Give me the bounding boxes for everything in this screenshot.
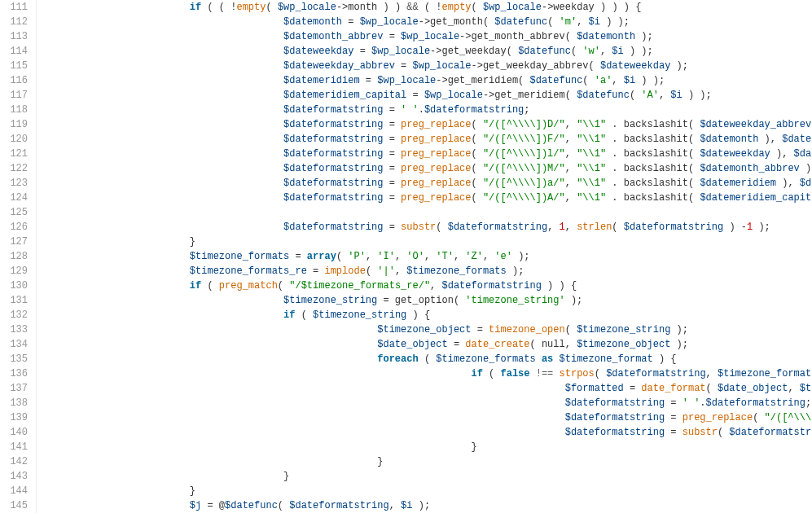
token-var: $wp_locale	[424, 90, 483, 101]
token-var: $timezone_object	[377, 324, 471, 336]
code-line[interactable]: if ( false !== strpos( $dateformatstring…	[49, 366, 812, 381]
token-var: $wp_locale	[401, 31, 459, 42]
token-str: '|'	[377, 265, 395, 277]
code-line[interactable]: $dateformatstring = substr( $dateformats…	[49, 220, 812, 235]
line-number: 127	[8, 235, 28, 249]
token-plain: (	[472, 163, 483, 174]
token-plain: ),	[776, 178, 800, 189]
token-plain: ,	[600, 46, 612, 57]
token-plain	[553, 368, 559, 379]
token-plain: ->get_month(	[419, 16, 495, 28]
code-line[interactable]: $formatted = date_format( $date_object, …	[49, 381, 812, 396]
token-plain: ,	[454, 251, 465, 262]
token-fn: preg_replace	[683, 412, 753, 423]
code-body[interactable]: if ( ( !empty( $wp_locale->month ) ) && …	[37, 0, 812, 513]
token-plain: ) );	[635, 75, 665, 86]
code-line[interactable]: if ( $timezone_string ) {	[49, 308, 812, 322]
token-var: $timezone_formats	[190, 251, 289, 262]
line-number: 119	[8, 117, 28, 132]
token-plain: = @	[201, 500, 225, 511]
code-line[interactable]: $timezone_object = timezone_open( $timez…	[49, 322, 812, 337]
token-plain: . backslashit(	[606, 163, 700, 174]
token-str: 'O'	[406, 251, 424, 262]
token-plain: ( null,	[530, 339, 577, 350]
token-fn: substr	[683, 427, 718, 438]
token-var: $timezone_formats_re	[190, 265, 307, 277]
token-var: $dateweekday	[283, 46, 353, 57]
token-plain: (	[472, 148, 483, 160]
token-var: $dateformatstring	[283, 119, 383, 130]
code-line[interactable]: $dateformatstring = preg_replace( "/([^\…	[49, 176, 812, 191]
code-line[interactable]	[49, 205, 812, 220]
token-plain: ) );	[683, 90, 712, 101]
token-plain	[553, 353, 559, 365]
token-str: 'P'	[348, 251, 366, 262]
code-line[interactable]: $datemeridiem = $wp_locale->get_meridiem…	[49, 73, 812, 88]
token-str: 'timezone_string'	[465, 295, 564, 306]
code-line[interactable]: $dateformatstring = preg_replace( "/([^\…	[49, 117, 812, 132]
code-line[interactable]: $timezone_formats = array( 'P', 'I', 'O'…	[49, 249, 812, 264]
token-var: $dateformatstring	[565, 412, 665, 423]
token-plain: (	[419, 353, 437, 365]
line-number: 113	[8, 29, 28, 44]
code-line[interactable]: }	[49, 469, 812, 484]
code-line[interactable]: if ( preg_match( "/$timezone_formats_re/…	[49, 279, 812, 293]
line-number: 121	[8, 147, 28, 161]
token-plain: );	[670, 60, 688, 72]
token-plain: ,	[395, 251, 406, 262]
token-var: $dateformatstring	[442, 280, 542, 292]
code-line[interactable]: $dateweekday_abbrev = $wp_locale->get_we…	[49, 59, 812, 73]
token-var: $dateformatstring	[283, 104, 383, 116]
token-plain: =	[383, 163, 401, 174]
token-kw: if	[471, 368, 482, 379]
token-str: 'A'	[641, 90, 659, 101]
code-line[interactable]: }	[49, 440, 812, 454]
token-plain: ) {	[406, 309, 430, 321]
token-var: $datemonth_abbrev	[283, 31, 383, 42]
code-line[interactable]: $dateformatstring = preg_replace( "/([^\…	[49, 161, 812, 176]
line-number: 132	[8, 308, 28, 322]
token-var: $datefunc	[494, 16, 547, 28]
token-plain: (	[547, 16, 559, 28]
code-line[interactable]: foreach ( $timezone_formats as $timezone…	[49, 352, 812, 366]
code-line[interactable]: $timezone_formats_re = implode( '|', $ti…	[49, 264, 812, 279]
code-line[interactable]: $dateformatstring = ' '.$dateformatstrin…	[49, 396, 812, 410]
token-plain: ) );	[600, 16, 630, 28]
code-line[interactable]: $datemeridiem_capital = $wp_locale->get_…	[49, 88, 812, 103]
token-plain: ,	[565, 192, 577, 204]
token-plain: );	[753, 222, 770, 233]
code-line[interactable]: $dateformatstring = substr( $dateformats…	[49, 425, 812, 440]
token-fn: implode	[324, 265, 365, 277]
code-line[interactable]: }	[49, 235, 812, 249]
code-line[interactable]: $dateformatstring = preg_replace( "/([^\…	[49, 410, 812, 425]
code-line[interactable]: }	[49, 484, 812, 498]
code-line[interactable]: if ( ( !empty( $wp_locale->month ) ) && …	[49, 0, 812, 15]
code-line[interactable]: $dateweekday = $wp_locale->get_weekday( …	[49, 44, 812, 59]
token-plain: =	[289, 251, 307, 262]
token-plain: =	[665, 412, 683, 423]
token-fn: empty	[236, 2, 266, 13]
token-plain: =	[471, 324, 489, 336]
code-line[interactable]: $j = @$datefunc( $dateformatstring, $i )…	[49, 498, 812, 513]
code-line[interactable]: $dateformatstring = preg_replace( "/([^\…	[49, 132, 812, 147]
code-line[interactable]: $date_object = date_create( null, $timez…	[49, 337, 812, 352]
token-var: $wp_locale	[371, 46, 430, 57]
code-line[interactable]: $dateformatstring = ' '.$dateformatstrin…	[49, 103, 812, 117]
code-line[interactable]: $dateformatstring = preg_replace( "/([^\…	[49, 147, 812, 161]
token-var: $timezone_formats	[406, 265, 506, 277]
token-str: "/([^\\\\])a/"	[483, 178, 565, 189]
token-str: 'w'	[582, 46, 600, 57]
code-line[interactable]: $datemonth_abbrev = $wp_locale->get_mont…	[49, 29, 812, 44]
line-number: 141	[8, 440, 28, 454]
code-line[interactable]: $dateformatstring = preg_replace( "/([^\…	[49, 191, 812, 205]
token-str: 'a'	[595, 75, 612, 86]
code-line[interactable]: }	[49, 454, 812, 469]
token-plain: =	[383, 192, 401, 204]
token-var: $dateformatstring	[606, 368, 705, 379]
code-line[interactable]: $datemonth = $wp_locale->get_month( $dat…	[49, 15, 812, 29]
token-var: $dateformatstring	[565, 397, 665, 409]
token-plain: ) );	[624, 46, 653, 57]
token-fn: strpos	[560, 368, 595, 379]
code-line[interactable]: $timezone_string = get_option( 'timezone…	[49, 293, 812, 308]
token-plain: (	[336, 251, 348, 262]
